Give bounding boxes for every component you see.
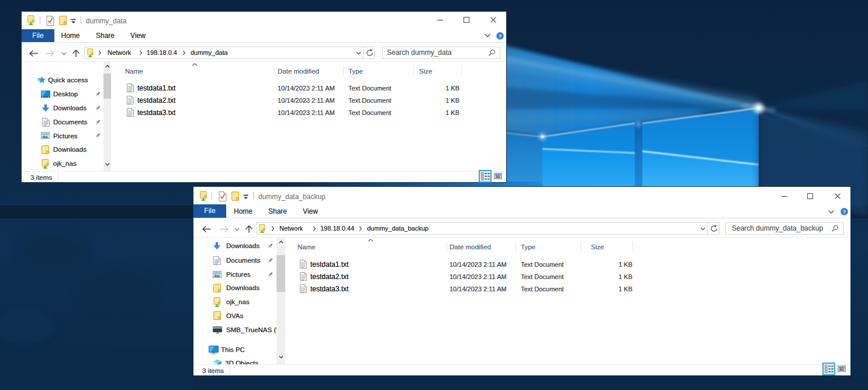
svg-text:?: ? bbox=[499, 33, 502, 39]
svg-text:?: ? bbox=[843, 208, 846, 215]
